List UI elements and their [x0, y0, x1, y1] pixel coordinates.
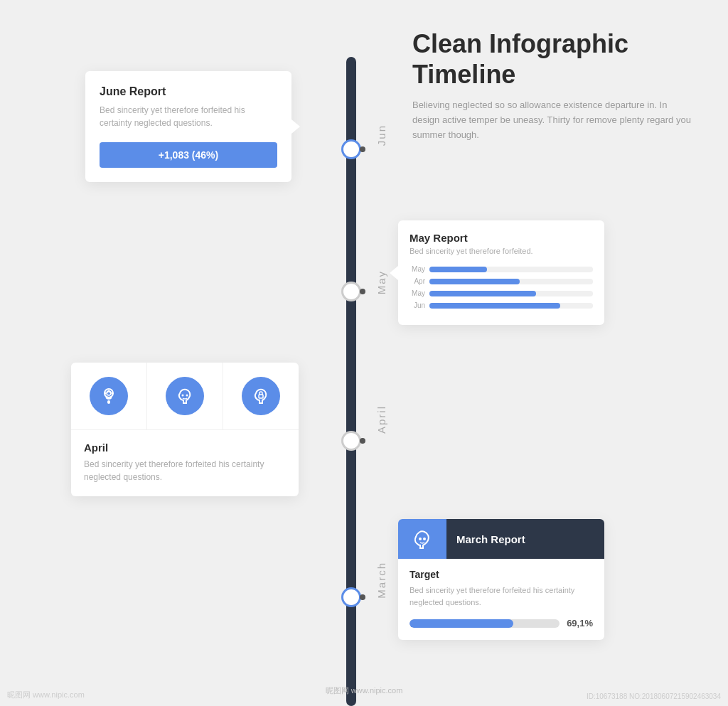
timeline-bullet-jun	[360, 146, 365, 152]
march-card-title: March Report	[456, 533, 525, 545]
brain-face-icon	[166, 377, 204, 415]
month-label-march: March	[375, 562, 387, 599]
march-title-box: March Report	[446, 519, 604, 559]
june-report-card: June Report Bed sincerity yet therefore …	[85, 71, 291, 182]
march-header: March Report	[398, 519, 604, 559]
svg-point-9	[419, 537, 422, 540]
april-card-body: April Bed sincerity yet therefore forfei…	[71, 430, 299, 496]
month-label-april: April	[375, 405, 387, 434]
icon-box-3	[223, 363, 299, 429]
may-report-card: May Report Bed sincerity yet therefore f…	[398, 220, 604, 325]
page-container: Clean Infographic Timeline Believing neg…	[0, 0, 728, 706]
icon-box-2	[147, 363, 223, 429]
timeline-dot-may	[341, 282, 361, 301]
june-progress-button[interactable]: +1,083 (46%)	[100, 142, 277, 168]
timeline-bullet-march	[360, 594, 365, 600]
month-label-may: May	[375, 270, 387, 294]
bar-track-jun	[429, 303, 593, 309]
svg-rect-8	[259, 395, 263, 398]
bar-row-apr: Apr	[410, 277, 593, 285]
bar-row-may1: May	[410, 265, 593, 273]
timeline-dot-jun	[341, 139, 361, 159]
march-card-desc: Bed sincerity yet therefore forfeited hi…	[410, 584, 593, 608]
march-progress-track	[410, 619, 560, 628]
page-title: Clean Infographic Timeline	[412, 28, 697, 90]
bar-track-may2	[429, 291, 593, 296]
svg-point-10	[423, 537, 426, 540]
svg-point-7	[186, 395, 188, 397]
bar-track-may1	[429, 267, 593, 272]
bar-label-may1: May	[410, 265, 425, 273]
march-report-card: March Report Target Bed sincerity yet th…	[398, 519, 604, 640]
june-card-arrow	[291, 119, 300, 134]
may-card-desc: Bed sincerity yet therefore forfeited.	[410, 247, 593, 255]
bar-fill-may1	[429, 267, 487, 272]
watermark: 昵图网 www.nipic.com	[326, 685, 403, 696]
may-bar-chart: May Apr May Jun	[410, 265, 593, 309]
bar-fill-jun	[429, 303, 560, 309]
bar-track-apr	[429, 279, 593, 284]
april-card-desc: Bed sincerity yet therefore forfeited hi…	[84, 458, 286, 483]
march-progress-row: 69,1%	[410, 618, 593, 629]
bar-fill-apr	[429, 279, 520, 284]
month-label-jun: Jun	[375, 124, 387, 146]
timeline-bullet-april	[360, 438, 365, 444]
june-card-desc: Bed sincerity yet therefore forfeited hi…	[100, 104, 277, 129]
header-description: Believing neglected so so allowance exis…	[412, 98, 697, 142]
svg-rect-4	[107, 400, 110, 404]
icon-box-1	[71, 363, 147, 429]
timeline-dot-march	[341, 587, 361, 607]
nipic-logo: 昵图网 www.nipic.com	[7, 690, 85, 700]
bar-row-jun: Jun	[410, 301, 593, 309]
bar-label-may2: May	[410, 289, 425, 297]
march-target-label: Target	[410, 569, 593, 580]
bar-label-jun: Jun	[410, 301, 425, 309]
svg-point-1	[105, 392, 107, 395]
timeline-dot-april	[341, 431, 361, 451]
bar-fill-may2	[429, 291, 536, 296]
march-percent: 69,1%	[567, 618, 593, 629]
may-card-arrow	[390, 266, 398, 280]
id-info: ID:10673188 NO:20180607215902463034	[587, 692, 721, 700]
brain-lock-icon	[242, 377, 280, 415]
march-icon-box	[398, 519, 446, 559]
brain-gear-icon	[90, 377, 128, 415]
april-card-title: April	[84, 442, 286, 454]
april-report-card: April Bed sincerity yet therefore forfei…	[71, 363, 299, 496]
timeline-bullet-may	[360, 289, 365, 294]
may-card-title: May Report	[410, 232, 593, 244]
svg-point-3	[112, 392, 114, 395]
header: Clean Infographic Timeline Believing neg…	[412, 28, 697, 143]
bar-row-may2: May	[410, 289, 593, 297]
march-card-body: Target Bed sincerity yet therefore forfe…	[398, 559, 604, 640]
june-card-title: June Report	[100, 85, 277, 98]
march-progress-fill	[410, 619, 513, 628]
bar-label-apr: Apr	[410, 277, 425, 285]
april-icon-row	[71, 363, 299, 430]
svg-point-6	[182, 395, 184, 397]
